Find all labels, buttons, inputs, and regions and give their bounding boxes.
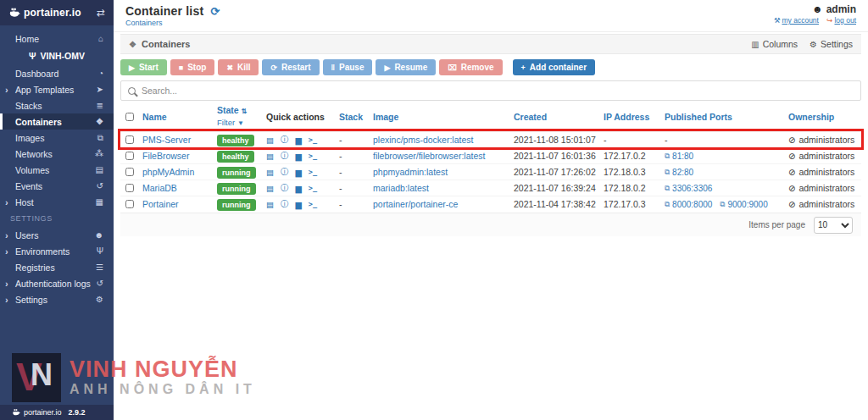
image-link[interactable]: plexinc/pms-docker:latest xyxy=(373,135,514,145)
external-link-icon: ⧉ xyxy=(665,200,670,209)
logs-icon[interactable]: ▤ xyxy=(266,168,274,177)
logs-icon[interactable]: ▤ xyxy=(266,135,274,145)
published-port-link[interactable]: ⧉82:80 xyxy=(665,168,693,177)
resume-button[interactable]: ▶ Resume xyxy=(376,59,436,75)
sidebar-item-registries[interactable]: Registries ☰ xyxy=(0,259,114,275)
inspect-icon[interactable]: ⓘ xyxy=(281,199,289,210)
restart-button[interactable]: ⟳ Restart xyxy=(262,59,319,75)
row-checkbox[interactable] xyxy=(125,200,134,208)
select-all-checkbox[interactable] xyxy=(125,113,134,121)
sidebar-item-authentication-logs[interactable]: › Authentication logs ↺ xyxy=(0,275,114,291)
column-header-ip[interactable]: IP Address xyxy=(604,112,665,122)
sidebar-item-events[interactable]: Events ↺ xyxy=(0,178,114,194)
stats-icon[interactable]: ▆ xyxy=(295,184,301,193)
breadcrumb[interactable]: Containers xyxy=(125,19,856,27)
start-button[interactable]: ▶ Start xyxy=(120,59,167,75)
table-settings-button[interactable]: ⚙ Settings xyxy=(810,39,853,49)
registries-icon: ☰ xyxy=(96,262,103,272)
table-row-pms-server[interactable]: PMS-Server healthy ▤ ⓘ ▆ >_ - plexinc/pm… xyxy=(120,131,861,147)
column-header-created[interactable]: Created xyxy=(514,112,604,122)
console-icon[interactable]: >_ xyxy=(309,168,317,176)
container-name-link[interactable]: MariaDB xyxy=(142,183,217,193)
sidebar-item-users[interactable]: › Users ☻ xyxy=(0,227,114,243)
published-port-link[interactable]: ⧉9000:9000 xyxy=(720,200,767,209)
sidebar-item-home[interactable]: Home ⌂ xyxy=(0,30,114,47)
inspect-icon[interactable]: ⓘ xyxy=(281,183,289,194)
inspect-icon[interactable]: ⓘ xyxy=(281,167,289,178)
container-name-link[interactable]: phpMyAdmin xyxy=(142,167,217,177)
created-cell: 2021-11-07 16:39:24 xyxy=(514,183,604,193)
image-link[interactable]: portainer/portainer-ce xyxy=(373,199,514,209)
stats-icon[interactable]: ▆ xyxy=(295,135,301,145)
column-header-ports[interactable]: Published Ports xyxy=(665,112,788,122)
kill-label: Kill xyxy=(237,63,251,72)
column-header-ownership[interactable]: Ownership xyxy=(788,112,861,122)
add-container-button[interactable]: + Add container xyxy=(513,59,596,75)
stats-icon[interactable]: ▆ xyxy=(295,168,301,177)
row-checkbox[interactable] xyxy=(125,135,134,144)
sidebar-item-containers[interactable]: Containers ❖ xyxy=(0,113,114,130)
logs-icon[interactable]: ▤ xyxy=(266,184,274,193)
my-account-link[interactable]: my account xyxy=(782,16,819,25)
external-link-icon: ⧉ xyxy=(720,200,725,209)
stop-button[interactable]: ■ Stop xyxy=(170,59,215,75)
portainer-logo[interactable]: portainer.io xyxy=(8,7,81,19)
search-input[interactable] xyxy=(142,86,854,96)
log-out-link[interactable]: log out xyxy=(834,16,856,25)
sidebar-item-app-templates[interactable]: › App Templates ➤ xyxy=(0,81,114,97)
user-links: ⚒my account ↪log out xyxy=(768,16,856,25)
published-port-link[interactable]: ⧉3306:3306 xyxy=(665,184,712,193)
filter-icon[interactable]: ▼ xyxy=(237,119,244,127)
items-per-page-select[interactable]: 10 xyxy=(814,217,853,234)
logs-icon[interactable]: ▤ xyxy=(266,200,274,209)
container-name-link[interactable]: PMS-Server xyxy=(142,135,217,145)
sidebar-collapse-icon[interactable]: ⇄ xyxy=(97,7,105,19)
inspect-icon[interactable]: ⓘ xyxy=(281,151,289,162)
endpoint-name[interactable]: Ψ VINH-OMV xyxy=(0,47,114,65)
chevron-right-icon: › xyxy=(5,295,8,305)
kill-button[interactable]: ✖ Kill xyxy=(218,59,259,75)
row-checkbox[interactable] xyxy=(125,152,134,160)
sidebar-item-images[interactable]: Images ⧉ xyxy=(0,130,114,146)
sidebar-item-stacks[interactable]: Stacks ≣ xyxy=(0,97,114,113)
stats-icon[interactable]: ▆ xyxy=(295,152,301,161)
image-link[interactable]: filebrowser/filebrowser:latest xyxy=(373,151,514,161)
container-name-link[interactable]: FileBrowser xyxy=(142,151,217,161)
row-checkbox[interactable] xyxy=(125,168,134,176)
console-icon[interactable]: >_ xyxy=(309,200,317,208)
published-port-link[interactable]: ⧉8000:8000 xyxy=(665,200,712,209)
sort-icon[interactable]: ⇅ xyxy=(242,108,248,115)
column-header-image[interactable]: Image xyxy=(373,112,514,122)
state-badge: running xyxy=(217,183,256,195)
filter-label[interactable]: Filter xyxy=(217,118,235,127)
row-checkbox[interactable] xyxy=(125,184,134,192)
image-link[interactable]: phpmyadmin:latest xyxy=(373,167,514,177)
sidebar-item-dashboard[interactable]: Dashboard ◔ xyxy=(0,65,114,81)
published-port-link[interactable]: ⧉81:80 xyxy=(665,152,693,161)
remove-button[interactable]: ⌧ Remove xyxy=(439,59,502,75)
container-name-link[interactable]: Portainer xyxy=(142,199,217,209)
sidebar-item-environments[interactable]: › Environments Ψ xyxy=(0,243,114,259)
sidebar-item-volumes[interactable]: Volumes ▤ xyxy=(0,162,114,178)
sidebar-item-label: Home xyxy=(15,34,98,44)
sidebar-item-host[interactable]: › Host ▦ xyxy=(0,194,114,210)
table-row-filebrowser[interactable]: FileBrowser healthy ▤ ⓘ ▆ >_ - filebrows… xyxy=(120,147,861,163)
column-header-name[interactable]: Name xyxy=(142,112,217,122)
console-icon[interactable]: >_ xyxy=(309,135,317,144)
stats-icon[interactable]: ▆ xyxy=(295,200,301,209)
inspect-icon[interactable]: ⓘ xyxy=(281,135,289,146)
sidebar-item-networks[interactable]: Networks ⁂ xyxy=(0,146,114,162)
console-icon[interactable]: >_ xyxy=(309,184,317,192)
column-header-stack[interactable]: Stack xyxy=(339,112,373,122)
logs-icon[interactable]: ▤ xyxy=(266,152,274,161)
table-row-portainer[interactable]: Portainer running ▤ ⓘ ▆ >_ - portainer/p… xyxy=(120,196,861,212)
image-link[interactable]: mariadb:latest xyxy=(373,183,514,193)
refresh-icon[interactable]: ⟳ xyxy=(210,5,220,18)
sidebar-item-settings[interactable]: › Settings ⚙ xyxy=(0,291,114,307)
column-header-state[interactable]: State ⇅ Filter ▼ xyxy=(217,105,266,129)
console-icon[interactable]: >_ xyxy=(309,152,317,160)
pause-button[interactable]: ‖ Pause xyxy=(323,59,373,75)
table-row-mariadb[interactable]: MariaDB running ▤ ⓘ ▆ >_ - mariadb:lates… xyxy=(120,180,861,196)
columns-button[interactable]: ▥ Columns xyxy=(751,39,798,49)
table-row-phpmyadmin[interactable]: phpMyAdmin running ▤ ⓘ ▆ >_ - phpmyadmin… xyxy=(120,163,861,180)
